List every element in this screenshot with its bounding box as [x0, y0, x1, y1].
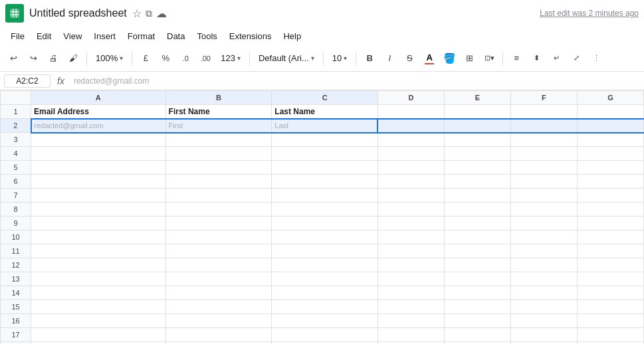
- cell-F11[interactable]: [510, 244, 577, 258]
- cell-F7[interactable]: [510, 189, 577, 203]
- cell-A7[interactable]: [31, 189, 166, 203]
- menu-item-extensions[interactable]: Extensions: [224, 29, 277, 43]
- cell-D13[interactable]: [377, 272, 444, 286]
- row-header-10[interactable]: 10: [1, 230, 31, 244]
- cell-F6[interactable]: [510, 175, 577, 189]
- zoom-dropdown[interactable]: 100% ▾: [91, 49, 128, 68]
- cell-B14[interactable]: [165, 286, 272, 300]
- cell-A9[interactable]: [31, 216, 166, 230]
- cell-B11[interactable]: [165, 244, 272, 258]
- col-header-C[interactable]: C: [272, 91, 378, 105]
- cell-D2[interactable]: [377, 119, 444, 133]
- merge-button[interactable]: ⊡▾: [480, 49, 498, 68]
- cell-E12[interactable]: [444, 258, 510, 272]
- row-header-15[interactable]: 15: [1, 300, 31, 314]
- menu-item-insert[interactable]: Insert: [88, 29, 121, 43]
- cell-B8[interactable]: [165, 203, 272, 216]
- star-icon[interactable]: ☆: [132, 7, 142, 20]
- cell-D7[interactable]: [377, 189, 444, 203]
- font-size-dropdown[interactable]: 10 ▾: [328, 49, 352, 68]
- menu-item-data[interactable]: Data: [161, 29, 190, 43]
- cell-C15[interactable]: [272, 300, 378, 314]
- cell-G17[interactable]: [577, 328, 643, 342]
- cell-C10[interactable]: [272, 230, 378, 244]
- cell-E14[interactable]: [444, 286, 510, 300]
- cell-B2[interactable]: First: [165, 119, 272, 133]
- cell-F15[interactable]: [510, 300, 577, 314]
- row-header-5[interactable]: 5: [1, 161, 31, 175]
- cell-F14[interactable]: [510, 286, 577, 300]
- cell-B18[interactable]: [165, 342, 272, 345]
- cell-F18[interactable]: [510, 342, 577, 345]
- cell-B13[interactable]: [165, 272, 272, 286]
- cell-E17[interactable]: [444, 328, 510, 342]
- col-header-F[interactable]: F: [510, 91, 577, 105]
- row-header-6[interactable]: 6: [1, 175, 31, 189]
- currency-button[interactable]: £: [136, 49, 155, 68]
- cell-E9[interactable]: [444, 216, 510, 230]
- cell-C3[interactable]: [272, 133, 378, 147]
- cell-A16[interactable]: [31, 314, 166, 328]
- cell-F17[interactable]: [510, 328, 577, 342]
- undo-button[interactable]: ↩: [4, 49, 23, 68]
- cell-B9[interactable]: [165, 216, 272, 230]
- col-header-D[interactable]: D: [377, 91, 444, 105]
- cell-E10[interactable]: [444, 230, 510, 244]
- cell-D4[interactable]: [377, 147, 444, 161]
- row-header-18[interactable]: 18: [1, 342, 31, 345]
- cell-C1[interactable]: Last Name: [272, 105, 378, 119]
- folder-icon[interactable]: ⧉: [146, 8, 152, 19]
- fill-color-button[interactable]: 🪣: [440, 49, 459, 68]
- cell-B7[interactable]: [165, 189, 272, 203]
- cell-B16[interactable]: [165, 314, 272, 328]
- cell-E11[interactable]: [444, 244, 510, 258]
- print-button[interactable]: 🖨: [44, 49, 62, 68]
- cell-F2[interactable]: [510, 119, 577, 133]
- cell-reference-input[interactable]: [4, 74, 51, 88]
- cell-G16[interactable]: [577, 314, 643, 328]
- cell-C13[interactable]: [272, 272, 378, 286]
- row-header-12[interactable]: 12: [1, 258, 31, 272]
- last-edit-status[interactable]: Last edit was 2 minutes ago: [540, 9, 639, 18]
- cell-G2[interactable]: [577, 119, 643, 133]
- cell-F10[interactable]: [510, 230, 577, 244]
- cell-A11[interactable]: [31, 244, 166, 258]
- cell-C9[interactable]: [272, 216, 378, 230]
- cell-D16[interactable]: [377, 314, 444, 328]
- menu-item-format[interactable]: Format: [122, 29, 160, 43]
- cell-G7[interactable]: [577, 189, 643, 203]
- cell-F16[interactable]: [510, 314, 577, 328]
- borders-button[interactable]: ⊞: [460, 49, 479, 68]
- cell-G1[interactable]: [577, 105, 643, 119]
- cell-F3[interactable]: [510, 133, 577, 147]
- more-button[interactable]: ⋮: [587, 49, 605, 68]
- cell-C8[interactable]: [272, 203, 378, 216]
- cell-A1[interactable]: Email Address: [31, 105, 166, 119]
- cell-D11[interactable]: [377, 244, 444, 258]
- decimal-more-button[interactable]: .0: [176, 49, 195, 68]
- cell-E1[interactable]: [444, 105, 510, 119]
- cell-C14[interactable]: [272, 286, 378, 300]
- cell-C7[interactable]: [272, 189, 378, 203]
- menu-item-help[interactable]: Help: [278, 29, 306, 43]
- cell-E16[interactable]: [444, 314, 510, 328]
- cell-A2[interactable]: redacted@gmail.com: [31, 119, 166, 133]
- cell-A12[interactable]: [31, 258, 166, 272]
- cell-D10[interactable]: [377, 230, 444, 244]
- menu-item-view[interactable]: View: [58, 29, 87, 43]
- cell-A17[interactable]: [31, 328, 166, 342]
- cell-G12[interactable]: [577, 258, 643, 272]
- cell-C2[interactable]: Last: [272, 119, 378, 133]
- cell-E3[interactable]: [444, 133, 510, 147]
- row-header-4[interactable]: 4: [1, 147, 31, 161]
- font-family-dropdown[interactable]: Default (Ari... ▾: [254, 49, 319, 68]
- cell-G11[interactable]: [577, 244, 643, 258]
- cell-G15[interactable]: [577, 300, 643, 314]
- cell-B15[interactable]: [165, 300, 272, 314]
- cloud-icon[interactable]: ☁: [156, 7, 167, 20]
- cell-A8[interactable]: [31, 203, 166, 216]
- cell-E6[interactable]: [444, 175, 510, 189]
- cell-B1[interactable]: First Name: [165, 105, 272, 119]
- cell-A18[interactable]: [31, 342, 166, 345]
- row-header-13[interactable]: 13: [1, 272, 31, 286]
